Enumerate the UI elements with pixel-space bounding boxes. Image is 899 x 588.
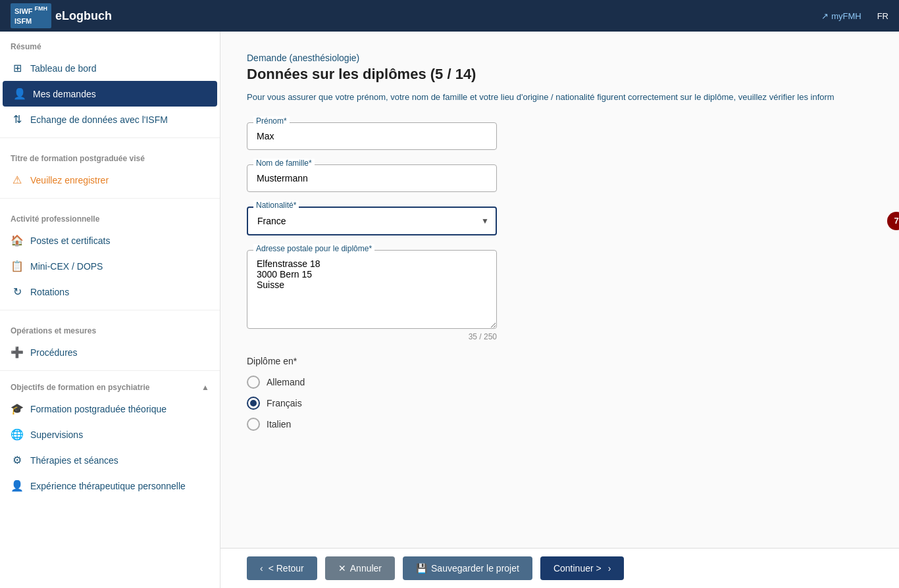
myfmh-label: myFMH (831, 11, 861, 21)
sauvegarder-label: Sauvegarder le projet (431, 563, 519, 574)
continuer-icon: › (608, 563, 611, 574)
sidebar-item-echange-donnees[interactable]: ⇅ Echange de données avec l'ISFM (0, 107, 220, 132)
sidebar-item-veuillez-enregistrer[interactable]: ⚠ Veuillez enregistrer (0, 167, 220, 193)
sidebar-item-therapies-seances[interactable]: ⚙ Thérapies et séances (0, 447, 220, 473)
radio-label-francais: Français (267, 398, 302, 408)
resume-section-label: Résumé (0, 32, 220, 55)
page-title: Données sur les diplômes (5 / 14) (247, 66, 873, 83)
plus-icon: ➕ (11, 346, 24, 358)
adresse-group: Adresse postale pour le diplôme* Elfenst… (247, 250, 873, 341)
gear-icon: ⚙ (11, 454, 24, 466)
sidebar-item-label: Expérience thérapeutique personnelle (30, 481, 186, 491)
adresse-label: Adresse postale pour le diplôme* (253, 244, 374, 253)
sidebar-item-mini-cex-dops[interactable]: 📋 Mini-CEX / DOPS (0, 253, 220, 279)
prenom-input[interactable] (247, 122, 497, 150)
activite-section-label: Activité professionnelle (0, 204, 220, 228)
lang-selector[interactable]: FR (877, 11, 888, 21)
exchange-icon: ⇅ (11, 113, 24, 126)
retour-icon: ‹ (260, 563, 263, 574)
radio-circle-francais (247, 397, 260, 410)
sidebar-item-rotations[interactable]: ↻ Rotations (0, 279, 220, 305)
graduation-icon: 🎓 (11, 403, 24, 415)
annuler-label: Annuler (350, 563, 382, 574)
logo-siwf: SIWF FMH (14, 5, 47, 16)
clipboard-icon: 📋 (11, 260, 24, 272)
sidebar-item-label: Tableau de bord (30, 63, 96, 74)
objectifs-section[interactable]: Objectifs de formation en psychiatrie ▲ (0, 376, 220, 396)
sidebar-item-label: Thérapies et séances (30, 455, 118, 466)
rotation-icon: ↻ (11, 285, 24, 298)
header-right: ↗ myFMH FR (821, 11, 888, 21)
radio-label-allemand: Allemand (267, 377, 305, 387)
diplome-group: Diplôme en* Allemand Français Italien (247, 356, 873, 431)
sidebar-item-procedures[interactable]: ➕ Procédures (0, 339, 220, 365)
sidebar-item-label: Echange de données avec l'ISFM (30, 114, 168, 125)
layout: Résumé ⊞ Tableau de bord 👤 Mes demandes … (0, 32, 899, 588)
nom-input[interactable] (247, 164, 497, 192)
sidebar-item-label: Supervisions (30, 429, 83, 440)
nom-group: Nom de famille* (247, 164, 873, 192)
diplome-label: Diplôme en* (247, 356, 873, 366)
annuler-button[interactable]: ✕ Annuler (325, 556, 395, 580)
radio-circle-allemand (247, 376, 260, 389)
arrow-icon: ↗ (821, 11, 829, 21)
radio-allemand[interactable]: Allemand (247, 376, 873, 389)
footer-actions: ‹ < Retour ✕ Annuler 💾 Sauvegarder le pr… (220, 548, 899, 588)
divider-3 (0, 310, 220, 310)
person-icon: 👤 (11, 479, 24, 492)
nationalite-label: Nationalité* (253, 201, 299, 210)
sidebar-item-label: Mini-CEX / DOPS (30, 261, 103, 272)
operations-section-label: Opérations et mesures (0, 316, 220, 339)
sidebar-item-tableau-de-bord[interactable]: ⊞ Tableau de bord (0, 55, 220, 81)
home-icon: 🏠 (11, 234, 24, 247)
page-subtitle: Demande (anesthésiologie) (247, 53, 873, 63)
sidebar-item-label: Procédures (30, 347, 78, 358)
titre-section-label: Titre de formation postgraduée visé (0, 143, 220, 167)
radio-options: Allemand Français Italien (247, 376, 873, 431)
sidebar-item-mes-demandes[interactable]: 👤 Mes demandes (3, 81, 217, 107)
app-name: eLogbuch (55, 9, 112, 23)
sidebar-item-postes-certificats[interactable]: 🏠 Postes et certificats (0, 228, 220, 253)
sidebar-item-label: Mes demandes (33, 89, 96, 99)
prenom-label: Prénom* (253, 116, 290, 126)
sidebar-item-label: Formation postgraduée théorique (30, 404, 167, 414)
logo-ismf: ISFM (14, 16, 47, 26)
warning-icon: ⚠ (11, 174, 24, 186)
globe-icon: 🌐 (11, 428, 24, 441)
sidebar-item-label: Veuillez enregistrer (30, 175, 109, 185)
sidebar-item-label: Rotations (30, 287, 69, 297)
adresse-textarea[interactable]: Elfenstrasse 18 3000 Bern 15 Suisse (247, 250, 497, 329)
sidebar-item-experience-therapeutique[interactable]: 👤 Expérience thérapeutique personnelle (0, 473, 220, 499)
collapse-arrow-icon: ▲ (201, 383, 209, 392)
divider-2 (0, 198, 220, 199)
nationalite-select[interactable]: France Allemagne Suisse Italie Autriche (247, 207, 497, 235)
myfmh-link[interactable]: ↗ myFMH (821, 11, 861, 21)
sidebar: Résumé ⊞ Tableau de bord 👤 Mes demandes … (0, 32, 220, 588)
app-header: SIWF FMH ISFM eLogbuch ↗ myFMH FR (0, 0, 899, 32)
sauvegarder-button[interactable]: 💾 Sauvegarder le projet (403, 556, 532, 580)
radio-circle-italien (247, 418, 260, 431)
prenom-group: Prénom* (247, 122, 873, 150)
cancel-icon: ✕ (338, 563, 346, 574)
nom-label: Nom de famille* (253, 159, 315, 168)
page-description: Pour vous assurer que votre prénom, votr… (247, 91, 873, 104)
continuer-label: Continuer > (553, 563, 602, 574)
user-icon: 👤 (13, 87, 26, 100)
textarea-counter: 35 / 250 (247, 332, 497, 341)
save-icon: 💾 (416, 563, 427, 574)
logo: SIWF FMH ISFM eLogbuch (11, 3, 821, 28)
continuer-button[interactable]: Continuer > › (540, 556, 624, 580)
radio-label-italien: Italien (267, 419, 291, 429)
main-content: Demande (anesthésiologie) Données sur le… (220, 32, 899, 588)
sidebar-item-label: Postes et certificats (30, 235, 110, 246)
logo-badge: SIWF FMH ISFM (11, 3, 51, 28)
retour-label: < Retour (269, 563, 304, 574)
retour-button[interactable]: ‹ < Retour (247, 556, 317, 580)
badge-7: 7 (887, 212, 899, 230)
radio-italien[interactable]: Italien (247, 418, 873, 431)
nationalite-select-wrapper: France Allemagne Suisse Italie Autriche … (247, 207, 497, 235)
sidebar-item-supervisions[interactable]: 🌐 Supervisions (0, 422, 220, 447)
objectifs-section-label: Objectifs de formation en psychiatrie (11, 383, 149, 392)
radio-francais[interactable]: Français (247, 397, 873, 410)
sidebar-item-formation-postgraduee[interactable]: 🎓 Formation postgraduée théorique (0, 396, 220, 422)
